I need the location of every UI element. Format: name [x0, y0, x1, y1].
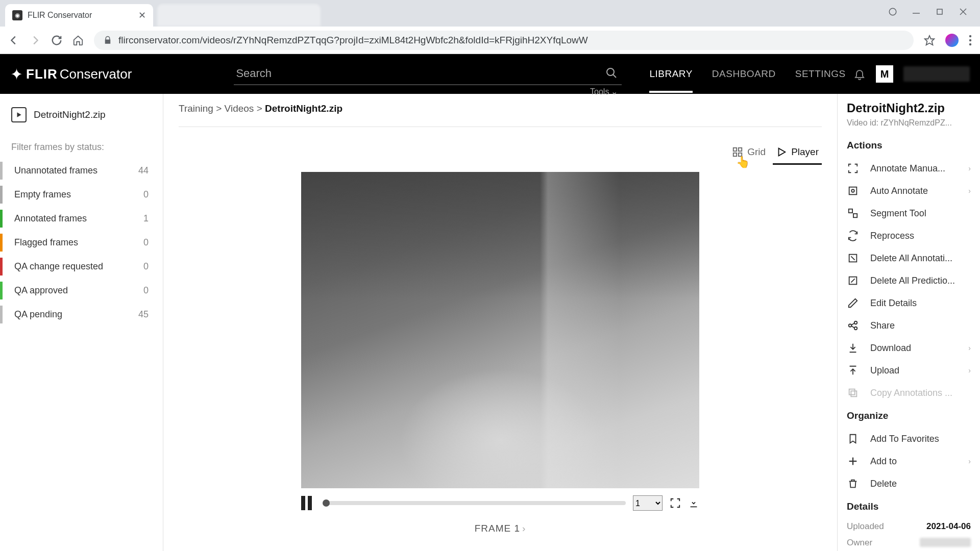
url-text: flirconservator.com/videos/rZYhNqRemzdPZ… — [118, 35, 588, 46]
action-auto-annotate[interactable]: Auto Annotate› — [847, 180, 971, 202]
home-icon[interactable] — [72, 35, 84, 46]
action-copy-annotations: Copy Annotations ... — [847, 382, 971, 404]
address-bar: flirconservator.com/videos/rZYhNqRemzdPZ… — [0, 27, 980, 54]
filter-qa-approved[interactable]: QA approved0 — [0, 279, 163, 303]
reload-icon[interactable] — [51, 35, 62, 46]
minimize-icon[interactable] — [912, 7, 921, 16]
organize-add-to[interactable]: Add to› — [847, 450, 971, 472]
video-player: 1 FRAME 1› — [179, 172, 822, 534]
details-header: Details — [847, 501, 971, 512]
chevron-right-icon: › — [968, 164, 971, 172]
breadcrumb-training[interactable]: Training — [179, 103, 213, 114]
forward-icon[interactable] — [30, 35, 41, 46]
action-upload[interactable]: Upload› — [847, 359, 971, 382]
erase-pred-icon — [847, 274, 859, 287]
lock-icon — [103, 36, 112, 45]
svg-rect-17 — [849, 187, 857, 195]
notifications-icon[interactable] — [853, 68, 866, 80]
view-grid-button[interactable]: Grid 👆 — [729, 142, 769, 162]
tab-bar: ◉ FLIR Conservator ✕ — [0, 0, 980, 27]
action-share[interactable]: Share — [847, 314, 971, 337]
pause-button[interactable] — [301, 496, 315, 510]
svg-point-18 — [851, 189, 854, 192]
svg-point-26 — [854, 321, 857, 324]
view-player-button[interactable]: Player — [773, 142, 822, 162]
chevron-right-icon[interactable]: › — [522, 523, 526, 534]
frame-label: FRAME 1› — [475, 523, 526, 534]
plus-icon — [847, 455, 859, 467]
menu-dots-icon[interactable] — [969, 35, 972, 46]
organize-header: Organize — [847, 410, 971, 421]
filter-header: Filter frames by status: — [0, 133, 163, 159]
browser-tab-inactive[interactable] — [157, 4, 321, 27]
close-window-icon[interactable] — [959, 7, 968, 16]
svg-rect-19 — [849, 209, 852, 213]
svg-rect-30 — [851, 391, 856, 396]
svg-line-22 — [851, 256, 854, 260]
svg-line-10 — [613, 74, 616, 78]
back-icon[interactable] — [8, 35, 19, 46]
detail-uploaded: Uploaded2021-04-06 — [847, 518, 971, 535]
app-logo[interactable]: ✦ FLIR Conservator — [10, 65, 132, 83]
filter-qa-pending[interactable]: QA pending45 — [0, 303, 163, 327]
nav-library[interactable]: LIBRARY — [649, 55, 692, 93]
svg-point-0 — [889, 8, 896, 15]
app-header: ✦ FLIR Conservator Tools ⌄ LIBRARY DASHB… — [0, 54, 980, 94]
pencil-icon — [847, 297, 859, 309]
bookmark-star-icon[interactable] — [924, 35, 935, 46]
filter-unannotated[interactable]: Unannotated frames44 — [0, 159, 163, 183]
current-file[interactable]: DetroitNight2.zip — [0, 103, 163, 133]
action-edit-details[interactable]: Edit Details — [847, 292, 971, 314]
chevron-right-icon: › — [968, 366, 971, 374]
action-delete-annotations[interactable]: Delete All Annotati... — [847, 247, 971, 269]
upload-icon — [847, 364, 859, 377]
window-controls — [876, 0, 980, 23]
file-name: DetroitNight2.zip — [34, 109, 105, 120]
detail-owner: Owner — [847, 535, 971, 551]
filter-qa-change[interactable]: QA change requested0 — [0, 255, 163, 279]
filter-annotated[interactable]: Annotated frames1 — [0, 207, 163, 231]
svg-point-8 — [969, 43, 971, 45]
tab-title: FLIR Conservator — [28, 11, 133, 20]
filter-flagged[interactable]: Flagged frames0 — [0, 231, 163, 255]
svg-line-29 — [851, 326, 854, 328]
details-title: DetroitNight2.zip — [847, 101, 971, 115]
svg-point-7 — [969, 39, 971, 41]
organize-delete[interactable]: Delete — [847, 472, 971, 495]
svg-point-6 — [969, 35, 971, 37]
action-annotate-manual[interactable]: Annotate Manua...› — [847, 157, 971, 180]
breadcrumb: Training > Videos > DetroitNight2.zip — [179, 101, 822, 127]
url-field[interactable]: flirconservator.com/videos/rZYhNqRemzdPZ… — [94, 31, 914, 50]
profile-avatar-icon[interactable] — [945, 34, 959, 47]
breadcrumb-videos[interactable]: Videos — [225, 103, 254, 114]
action-download[interactable]: Download› — [847, 337, 971, 359]
user-avatar[interactable]: M — [876, 65, 893, 83]
incognito-icon — [888, 7, 897, 16]
logo-brand: FLIR — [26, 66, 58, 82]
user-name[interactable] — [903, 66, 970, 82]
search-icon[interactable] — [605, 67, 618, 79]
fullscreen-icon[interactable] — [670, 497, 681, 509]
expand-icon — [847, 162, 859, 174]
action-reprocess[interactable]: Reprocess — [847, 224, 971, 247]
download-frame-icon[interactable] — [688, 497, 699, 509]
search-input[interactable] — [234, 63, 622, 85]
svg-rect-31 — [849, 389, 855, 395]
action-delete-predictions[interactable]: Delete All Predictio... — [847, 269, 971, 292]
video-frame[interactable] — [301, 172, 699, 488]
segment-icon — [847, 207, 859, 219]
organize-add-favorites[interactable]: Add To Favorites — [847, 428, 971, 450]
nav-settings[interactable]: SETTINGS — [795, 55, 846, 93]
svg-rect-12 — [733, 148, 737, 151]
browser-tab-active[interactable]: ◉ FLIR Conservator ✕ — [5, 4, 153, 27]
nav-dashboard[interactable]: DASHBOARD — [712, 55, 776, 93]
tab-close-icon[interactable]: ✕ — [138, 10, 146, 21]
maximize-icon[interactable] — [935, 7, 944, 16]
action-segment-tool[interactable]: Segment Tool — [847, 202, 971, 224]
timeline-slider[interactable] — [323, 501, 626, 505]
svg-line-28 — [851, 323, 854, 325]
bookmark-icon — [847, 433, 859, 445]
speed-select[interactable]: 1 — [633, 495, 663, 511]
tools-dropdown[interactable]: Tools ⌄ — [590, 87, 618, 96]
filter-empty[interactable]: Empty frames0 — [0, 183, 163, 207]
